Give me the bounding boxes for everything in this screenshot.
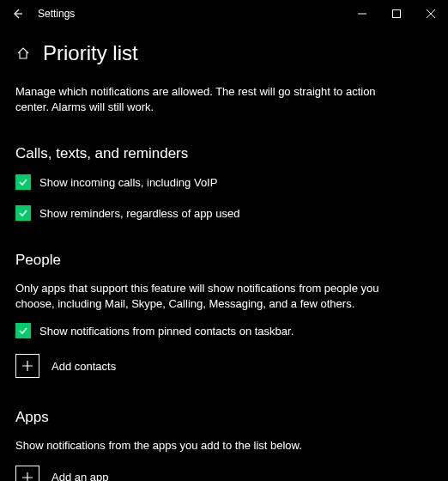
check-icon [18, 326, 28, 336]
add-box [15, 466, 39, 481]
checkbox-row-reminders[interactable]: Show reminders, regardless of app used [15, 205, 433, 221]
add-label: Add an app [51, 471, 109, 481]
check-icon [18, 208, 28, 218]
close-button[interactable] [414, 0, 448, 27]
page-title: Priority list [43, 41, 138, 65]
checkbox-label: Show notifications from pinned contacts … [39, 325, 294, 338]
checkbox-label: Show incoming calls, including VoIP [39, 176, 217, 189]
section-title-apps: Apps [15, 409, 433, 426]
minimize-icon [358, 9, 366, 18]
checkbox-row-pinned-contacts[interactable]: Show notifications from pinned contacts … [15, 323, 433, 338]
window-title: Settings [38, 8, 75, 20]
checkbox-row-incoming-calls[interactable]: Show incoming calls, including VoIP [15, 174, 433, 190]
minimize-button[interactable] [345, 0, 379, 27]
svg-rect-0 [393, 10, 401, 18]
content: Priority list Manage which notifications… [0, 27, 448, 481]
plus-icon [21, 471, 34, 481]
arrow-left-icon [11, 8, 23, 20]
checkbox-reminders[interactable] [15, 205, 31, 221]
home-button[interactable] [15, 46, 31, 61]
checkbox-pinned-contacts[interactable] [15, 323, 31, 338]
add-box [15, 354, 39, 378]
section-title-calls: Calls, texts, and reminders [15, 145, 433, 162]
close-icon [427, 9, 435, 18]
back-button[interactable] [7, 3, 27, 24]
page-description: Manage which notifications are allowed. … [15, 84, 376, 114]
add-app-button[interactable]: Add an app [15, 466, 433, 481]
maximize-button[interactable] [379, 0, 414, 27]
checkbox-label: Show reminders, regardless of app used [39, 207, 239, 220]
section-description-apps: Show notifications from the apps you add… [15, 438, 393, 454]
add-label: Add contacts [51, 360, 116, 373]
section-description-people: Only apps that support this feature will… [15, 281, 393, 311]
section-title-people: People [15, 252, 433, 269]
titlebar: Settings [0, 0, 448, 27]
checkbox-incoming-calls[interactable] [15, 174, 31, 190]
home-icon [16, 46, 30, 60]
maximize-icon [392, 9, 401, 18]
check-icon [18, 177, 28, 187]
add-contacts-button[interactable]: Add contacts [15, 354, 433, 378]
page-header: Priority list [15, 41, 433, 65]
plus-icon [21, 359, 34, 373]
